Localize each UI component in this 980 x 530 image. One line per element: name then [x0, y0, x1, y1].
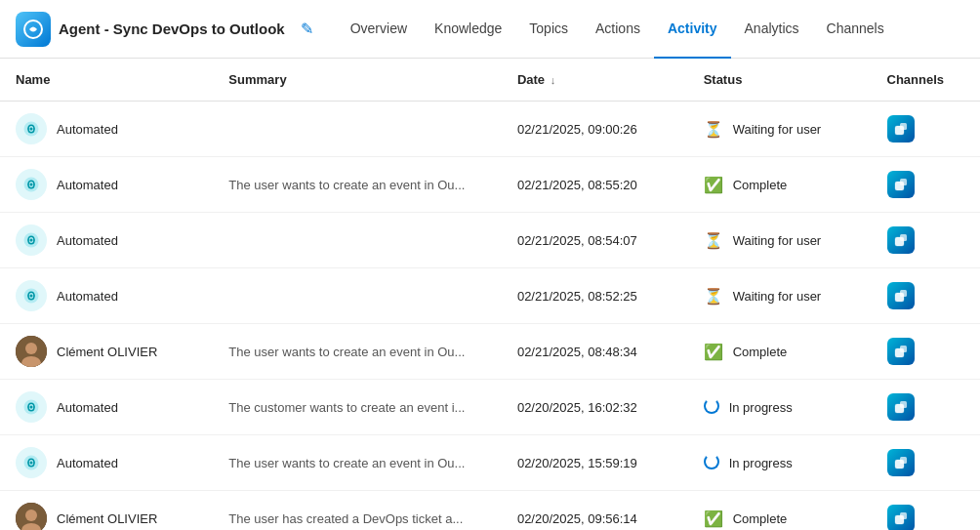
status-label: Waiting for user	[733, 233, 822, 248]
table-row[interactable]: Clément OLIVIERThe user wants to create …	[0, 324, 980, 380]
avatar-automated	[16, 280, 47, 311]
teams-channel-icon	[887, 393, 915, 421]
status-cell: ⏳Waiting for user	[688, 213, 872, 268]
col-summary: Summary	[213, 59, 502, 102]
status-label: Complete	[733, 178, 788, 192]
row-name-label: Automated	[57, 233, 118, 248]
date-cell: 02/21/2025, 08:54:07	[502, 213, 688, 268]
summary-cell: The customer wants to create an event i.…	[213, 380, 502, 435]
sort-icon: ↓	[551, 74, 556, 86]
table-row[interactable]: Automated02/21/2025, 09:00:26⏳Waiting fo…	[0, 102, 980, 157]
status-label: Waiting for user	[733, 122, 822, 137]
date-cell: 02/21/2025, 08:55:20	[502, 157, 688, 213]
nav-item-knowledge[interactable]: Knowledge	[421, 0, 515, 59]
teams-channel-icon	[887, 226, 915, 254]
status-cell: In progress	[688, 380, 872, 435]
col-status: Status	[688, 59, 872, 102]
row-name-label: Automated	[57, 178, 118, 192]
nav-item-channels[interactable]: Channels	[813, 0, 898, 59]
table-row[interactable]: AutomatedThe customer wants to create an…	[0, 380, 980, 435]
channel-cell	[872, 213, 981, 268]
channel-cell	[872, 491, 981, 531]
summary-cell: The user wants to create an event in Ou.…	[213, 324, 502, 380]
row-name-label: Clément OLIVIER	[57, 511, 157, 526]
waiting-icon: ⏳	[704, 120, 723, 139]
waiting-icon: ⏳	[704, 287, 723, 306]
status-label: In progress	[729, 456, 793, 470]
teams-channel-icon	[887, 171, 915, 198]
channel-cell	[872, 324, 981, 380]
date-cell: 02/20/2025, 16:02:32	[502, 380, 688, 435]
row-name-label: Automated	[57, 400, 118, 415]
summary-cell: The user wants to create an event in Ou.…	[213, 435, 502, 491]
avatar-person	[16, 503, 47, 530]
table-row[interactable]: Automated02/21/2025, 08:54:07⏳Waiting fo…	[0, 213, 980, 268]
date-cell: 02/20/2025, 15:59:19	[502, 435, 688, 491]
edit-icon[interactable]: ✎	[301, 20, 313, 38]
channel-cell	[872, 435, 981, 491]
app-logo	[16, 12, 51, 47]
svg-point-33	[30, 462, 33, 465]
waiting-icon: ⏳	[704, 231, 723, 250]
col-name: Name	[0, 59, 213, 102]
channel-cell	[872, 157, 981, 213]
avatar-person	[16, 336, 47, 367]
main-nav: OverviewKnowledgeTopicsActionsActivityAn…	[337, 0, 898, 58]
table-row[interactable]: AutomatedThe user wants to create an eve…	[0, 157, 980, 213]
name-cell: Automated	[0, 102, 213, 157]
table-row[interactable]: Clément OLIVIERThe user has created a De…	[0, 491, 980, 531]
nav-item-analytics[interactable]: Analytics	[731, 0, 813, 59]
summary-cell: The user wants to create an event in Ou.…	[213, 157, 502, 213]
date-cell: 02/21/2025, 08:52:25	[502, 268, 688, 324]
col-channels: Channels	[872, 59, 981, 102]
channel-cell	[872, 102, 981, 157]
row-name-label: Automated	[57, 122, 118, 137]
name-cell: Automated	[0, 435, 213, 491]
svg-point-38	[25, 510, 37, 521]
name-cell: Clément OLIVIER	[0, 324, 213, 380]
complete-icon: ✅	[704, 510, 723, 528]
svg-point-22	[25, 343, 37, 354]
teams-channel-icon	[887, 338, 915, 365]
date-cell: 02/20/2025, 09:56:14	[502, 491, 688, 531]
nav-item-actions[interactable]: Actions	[582, 0, 654, 59]
summary-cell	[213, 213, 502, 268]
app-header: Agent - Sync DevOps to Outlook ✎ Overvie…	[0, 0, 980, 59]
avatar-automated	[16, 113, 47, 144]
teams-channel-icon	[887, 282, 915, 309]
avatar-automated	[16, 224, 47, 256]
nav-item-activity[interactable]: Activity	[654, 0, 731, 59]
status-cell: In progress	[688, 435, 872, 491]
table-body: Automated02/21/2025, 09:00:26⏳Waiting fo…	[0, 102, 980, 531]
avatar-automated	[16, 391, 47, 423]
col-date[interactable]: Date ↓	[502, 59, 688, 102]
channel-cell	[872, 380, 981, 435]
svg-point-17	[30, 295, 33, 298]
table-row[interactable]: AutomatedThe user wants to create an eve…	[0, 435, 980, 491]
status-cell: ✅Complete	[688, 157, 872, 213]
name-cell: Automated	[0, 157, 213, 213]
summary-cell	[213, 268, 502, 324]
teams-channel-icon	[887, 115, 915, 143]
status-cell: ⏳Waiting for user	[688, 102, 872, 157]
inprogress-icon	[704, 398, 719, 417]
status-label: Complete	[733, 345, 788, 359]
nav-item-overview[interactable]: Overview	[337, 0, 421, 59]
avatar-automated	[16, 447, 47, 478]
status-label: Waiting for user	[733, 289, 822, 304]
table-row[interactable]: Automated02/21/2025, 08:52:25⏳Waiting fo…	[0, 268, 980, 324]
svg-point-7	[30, 183, 33, 186]
nav-item-topics[interactable]: Topics	[515, 0, 582, 59]
row-name-label: Automated	[57, 456, 118, 470]
avatar-automated	[16, 169, 47, 200]
row-name-label: Automated	[57, 289, 118, 304]
status-label: Complete	[733, 511, 788, 526]
date-cell: 02/21/2025, 09:00:26	[502, 102, 688, 157]
summary-cell	[213, 102, 502, 157]
status-cell: ✅Complete	[688, 324, 872, 380]
complete-icon: ✅	[704, 343, 723, 361]
app-title: Agent - Sync DevOps to Outlook	[59, 20, 285, 37]
svg-point-28	[30, 406, 33, 409]
name-cell: Automated	[0, 213, 213, 268]
inprogress-icon	[704, 454, 719, 472]
